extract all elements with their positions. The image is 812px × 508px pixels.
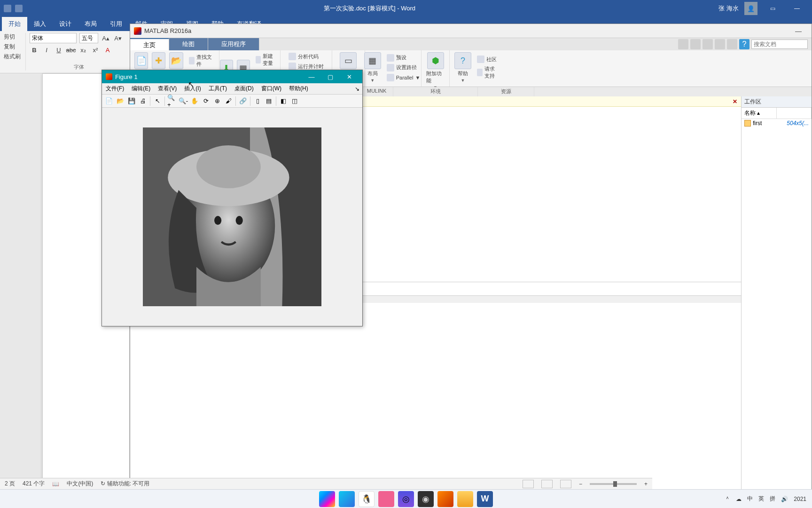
zoom-slider-thumb[interactable]: [613, 481, 617, 487]
pan-icon[interactable]: ✋: [189, 96, 200, 106]
status-accessibility[interactable]: ↻ 辅助功能: 不可用: [101, 480, 149, 488]
colorbar-icon[interactable]: ▯: [252, 96, 263, 106]
help-button[interactable]: ?帮助▼: [454, 52, 471, 83]
pointer-icon[interactable]: ↖: [152, 96, 163, 106]
font-name-select[interactable]: [30, 33, 77, 43]
word-save-icon[interactable]: [4, 5, 11, 12]
new-icon[interactable]: ✚: [152, 52, 165, 69]
workspace-col-value[interactable]: [777, 108, 812, 119]
matlab-copy-icon[interactable]: [690, 39, 701, 49]
brush-icon[interactable]: 🖌: [223, 96, 234, 106]
view-web-layout-icon[interactable]: [560, 480, 571, 488]
strike-button[interactable]: abc: [66, 45, 76, 55]
matlab-paste-icon[interactable]: [703, 39, 713, 49]
ime-indicator-1[interactable]: 中: [747, 495, 753, 503]
set-path-button[interactable]: 设置路径: [385, 64, 419, 72]
taskbar-obs-icon[interactable]: ◉: [418, 491, 434, 507]
workspace-col-name[interactable]: 名称 ▴: [742, 108, 777, 119]
legend-icon[interactable]: ▤: [264, 96, 274, 106]
taskbar-explorer-icon[interactable]: [457, 491, 473, 507]
tray-chevron-icon[interactable]: ＾: [725, 495, 730, 503]
increase-font-icon[interactable]: A▴: [101, 33, 110, 43]
link-icon[interactable]: 🔗: [238, 96, 248, 106]
request-support-button[interactable]: 请求支持: [475, 65, 501, 80]
workspace-variable-row[interactable]: first 504x5(...: [742, 119, 812, 127]
start-button[interactable]: [319, 491, 335, 507]
tray-volume-icon[interactable]: 🔊: [781, 496, 788, 502]
matlab-titlebar[interactable]: MATLAB R2016a —: [130, 24, 812, 38]
copy-button[interactable]: 复制: [4, 43, 21, 51]
zoom-in-icon[interactable]: 🔍+: [167, 96, 177, 106]
tray-onedrive-icon[interactable]: ☁: [736, 496, 742, 502]
status-spellcheck-icon[interactable]: 📖: [52, 481, 59, 487]
cut-button[interactable]: 剪切: [4, 33, 21, 41]
status-words[interactable]: 421 个字: [23, 480, 45, 488]
view-read-mode-icon[interactable]: [523, 480, 534, 488]
zoom-in-button[interactable]: +: [644, 481, 648, 487]
menu-edit[interactable]: 编辑(E): [128, 85, 154, 93]
ime-indicator-2[interactable]: 英: [758, 495, 764, 503]
status-page[interactable]: 2 页: [5, 480, 15, 488]
save-figure-icon[interactable]: 💾: [126, 96, 137, 106]
new-variable-button[interactable]: 新建变量: [254, 52, 280, 67]
tab-design[interactable]: 设计: [53, 17, 78, 31]
matlab-undo-icon[interactable]: [715, 39, 725, 49]
addons-button[interactable]: ⬢附加功能▼: [426, 52, 445, 90]
figure-titlebar[interactable]: Figure 1 — ▢ ✕: [102, 70, 362, 83]
menu-insert[interactable]: 插入(I): [180, 85, 204, 93]
menu-view[interactable]: 查看(V): [154, 85, 180, 93]
parallel-button[interactable]: Parallel ▼: [385, 73, 422, 82]
open-folder-icon[interactable]: 📂: [169, 52, 183, 69]
word-qat-more-icon[interactable]: [15, 5, 23, 12]
figure-minimize-button[interactable]: —: [302, 70, 321, 83]
menu-desktop[interactable]: 桌面(D): [231, 85, 258, 93]
italic-button[interactable]: I: [42, 45, 51, 55]
rotate-icon[interactable]: ⟳: [201, 96, 211, 106]
analyze-code-button[interactable]: 分析代码: [287, 52, 320, 61]
preferences-button[interactable]: 预设: [385, 54, 408, 62]
view-print-layout-icon[interactable]: [541, 480, 553, 488]
matlab-cut-icon[interactable]: [678, 39, 688, 49]
tab-references[interactable]: 引用: [103, 17, 129, 31]
word-minimize-button[interactable]: —: [788, 0, 806, 17]
taskbar-edge-icon[interactable]: [339, 491, 355, 507]
taskbar-qq-icon[interactable]: 🐧: [359, 491, 375, 507]
find-files-button[interactable]: 查找文件: [187, 53, 215, 68]
matlab-minimize-button[interactable]: —: [789, 24, 808, 38]
matlab-search-input[interactable]: [751, 40, 808, 49]
figure-close-button[interactable]: ✕: [340, 70, 359, 83]
font-size-select[interactable]: [79, 33, 98, 43]
taskbar-word-icon[interactable]: W: [477, 491, 493, 507]
decrease-font-icon[interactable]: A▾: [113, 33, 123, 43]
new-figure-icon[interactable]: 📄: [104, 96, 114, 106]
new-script-icon[interactable]: 📄: [134, 52, 148, 69]
close-icon[interactable]: ✕: [733, 98, 737, 105]
zoom-slider[interactable]: [590, 483, 637, 485]
matlab-redo-icon[interactable]: [727, 39, 737, 49]
format-painter-button[interactable]: 格式刷: [4, 53, 21, 61]
menu-tools[interactable]: 工具(T): [205, 85, 231, 93]
avatar[interactable]: 👤: [744, 2, 757, 15]
ime-indicator-3[interactable]: 拼: [770, 495, 775, 503]
superscript-button[interactable]: x²: [91, 45, 100, 55]
matlab-tab-plot[interactable]: 绘图: [169, 38, 208, 50]
data-cursor-icon[interactable]: ⊕: [212, 96, 222, 106]
word-ribbon-collapse-icon[interactable]: ▭: [763, 0, 782, 17]
layout-button[interactable]: ▦布局▼: [364, 52, 381, 83]
menu-file[interactable]: 文件(F): [102, 85, 128, 93]
hide-tools-icon[interactable]: ◧: [278, 96, 289, 106]
figure-maximize-button[interactable]: ▢: [321, 70, 340, 83]
zoom-out-button[interactable]: −: [579, 481, 582, 487]
bold-button[interactable]: B: [30, 45, 39, 55]
show-tools-icon[interactable]: ◫: [289, 96, 300, 106]
taskbar-matlab-icon[interactable]: [437, 491, 453, 507]
tab-home[interactable]: 开始: [2, 17, 27, 31]
underline-button[interactable]: U: [54, 45, 63, 55]
status-language[interactable]: 中文(中国): [67, 480, 93, 488]
matlab-tab-home[interactable]: 主页: [130, 38, 169, 50]
menu-dock-icon[interactable]: ↘: [355, 86, 362, 92]
menu-window[interactable]: 窗口(W): [258, 85, 285, 93]
taskbar-app1-icon[interactable]: [378, 491, 394, 507]
subscript-button[interactable]: x₂: [78, 45, 88, 55]
font-color-icon[interactable]: A: [103, 45, 112, 55]
